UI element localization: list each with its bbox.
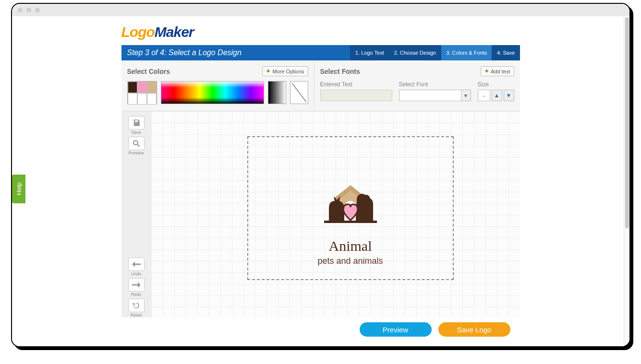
more-options-button[interactable]: ✦ More Options — [262, 66, 308, 76]
entered-text-label: Entered Text — [320, 81, 392, 88]
step-title: Step 3 of 4: Select a Logo Design — [121, 48, 351, 57]
colors-title: Select Colors — [127, 68, 170, 75]
font-select[interactable]: ▼ — [399, 90, 471, 101]
logo-title-text[interactable]: Animal — [248, 238, 453, 254]
no-fill-swatch[interactable] — [290, 81, 308, 104]
save-tool-label: Save — [131, 130, 141, 135]
undo-tool[interactable]: Undo — [126, 258, 147, 276]
logo-artwork[interactable] — [310, 175, 391, 232]
arrow-right-icon — [128, 278, 145, 292]
arrow-up-icon: ▲ — [494, 92, 500, 99]
svg-point-2 — [363, 195, 370, 204]
browser-frame: Help LogoMaker Step 3 of 4: Select a Log… — [11, 3, 630, 347]
size-up-button[interactable]: ▲ — [492, 90, 502, 101]
viewport: Help LogoMaker Step 3 of 4: Select a Log… — [12, 16, 629, 346]
workspace: Save Preview Undo — [121, 111, 520, 317]
add-text-label: Add text — [491, 69, 510, 74]
scrollbar-thumb[interactable] — [625, 17, 629, 228]
reset-icon — [128, 299, 145, 312]
brand-part-a: Logo — [121, 24, 155, 40]
preview-button[interactable]: Preview — [360, 322, 432, 337]
help-tab[interactable]: Help — [12, 175, 25, 203]
redo-tool-label: Redo — [131, 292, 142, 297]
more-options-label: More Options — [272, 69, 304, 74]
size-down-button[interactable]: ▼ — [504, 90, 514, 101]
app: LogoMaker Step 3 of 4: Select a Logo Des… — [121, 16, 520, 346]
save-logo-button[interactable]: Save Logo — [438, 322, 510, 337]
add-text-button[interactable]: ✦ Add text — [481, 66, 514, 76]
select-font-label: Select Font — [399, 81, 471, 88]
option-panels: Select Colors ✦ More Options — [121, 60, 520, 111]
footer-buttons: Preview Save Logo — [121, 317, 520, 340]
redo-tool[interactable]: Redo — [126, 278, 147, 297]
colors-panel: Select Colors ✦ More Options — [121, 60, 314, 111]
svg-rect-3 — [324, 221, 377, 223]
tool-rail: Save Preview Undo — [121, 111, 151, 317]
color-spectrum[interactable] — [161, 81, 264, 104]
plus-icon: ✦ — [484, 68, 489, 74]
step-bar: Step 3 of 4: Select a Logo Design 1. Log… — [121, 45, 520, 60]
color-picker-row — [127, 81, 308, 104]
tab-save[interactable]: 4. Save — [492, 45, 520, 60]
swatch[interactable] — [137, 93, 147, 105]
entered-text-input[interactable] — [320, 90, 392, 101]
preview-tool-label: Preview — [128, 151, 144, 155]
reset-tool[interactable]: Reset — [126, 299, 147, 317]
save-tool[interactable]: Save — [126, 116, 147, 135]
swatch[interactable] — [128, 93, 137, 105]
fonts-title: Select Fonts — [320, 68, 360, 75]
scrollbar[interactable] — [624, 16, 629, 346]
design-canvas[interactable]: Animal pets and animals — [151, 111, 520, 317]
window-dot — [18, 8, 23, 12]
size-label: Size — [478, 81, 514, 88]
brand-part-b: Maker — [155, 24, 194, 40]
undo-tool-label: Undo — [131, 271, 142, 276]
brand-logo: LogoMaker — [121, 21, 520, 45]
chevron-down-icon: ▼ — [461, 90, 471, 101]
svg-line-1 — [137, 144, 140, 147]
window-dot — [26, 8, 31, 12]
selection-bounding-box[interactable]: Animal pets and animals — [247, 136, 454, 280]
swatch-grid[interactable] — [127, 81, 157, 104]
greyscale-gradient[interactable] — [268, 81, 286, 104]
svg-point-0 — [133, 141, 138, 145]
tab-choose-design[interactable]: 2. Choose Design — [389, 45, 441, 60]
tab-logo-text[interactable]: 1. Logo Text — [350, 45, 389, 60]
swatch[interactable] — [147, 93, 157, 105]
preview-tool[interactable]: Preview — [126, 137, 147, 155]
arrow-down-icon: ▼ — [506, 92, 512, 99]
size-value: - — [478, 90, 490, 101]
magnifier-icon — [128, 137, 145, 150]
save-icon — [128, 116, 145, 129]
arrow-left-icon — [128, 258, 145, 271]
window-dot — [35, 8, 40, 12]
tab-colors-fonts[interactable]: 3. Colors & Fonts — [441, 45, 492, 60]
logo-tagline-text[interactable]: pets and animals — [248, 256, 453, 266]
fonts-panel: Select Fonts ✦ Add text Entered Text Sel… — [314, 60, 520, 111]
swatch[interactable] — [147, 82, 157, 93]
reset-tool-label: Reset — [131, 313, 142, 317]
window-titlebar — [12, 4, 629, 16]
swatch[interactable] — [137, 82, 147, 93]
swatch[interactable] — [128, 82, 137, 93]
plus-icon: ✦ — [266, 68, 270, 74]
